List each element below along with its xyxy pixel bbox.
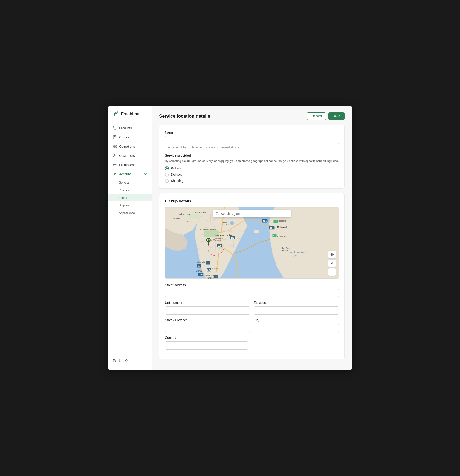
unit-zip-row: Unit number Zip code — [165, 301, 339, 314]
sidebar-item-account-label: Account — [119, 172, 131, 176]
logo-text: Freshline — [121, 111, 139, 116]
svg-text:Area: Area — [187, 220, 191, 223]
street-address-input[interactable] — [165, 289, 339, 297]
main-content: Service location details Discard Save Na… — [152, 106, 352, 370]
svg-text:DISTRICT: DISTRICT — [222, 224, 231, 226]
svg-text:Alcatraz Island: Alcatraz Island — [195, 211, 208, 213]
map-svg: San Francisco Bay Oakland Alameda Bay Fa… — [165, 207, 339, 279]
state-city-row: State / Province City — [165, 318, 339, 332]
svg-text:Piedmont: Piedmont — [277, 220, 286, 222]
svg-text:DISTRICT: DISTRICT — [215, 239, 224, 242]
plus-icon — [330, 270, 334, 274]
sidebar-bottom: Log Out — [108, 353, 152, 370]
svg-text:Alameda: Alameda — [277, 235, 286, 238]
pickup-section-title: Pickup details — [165, 199, 339, 204]
sidebar-item-promotions-label: Promotions — [119, 163, 135, 167]
save-button[interactable]: Save — [329, 112, 345, 120]
svg-text:280: 280 — [218, 245, 221, 247]
sub-nav-general[interactable]: General — [108, 179, 152, 186]
country-input[interactable] — [165, 341, 248, 349]
svg-text:Oakland: Oakland — [277, 226, 287, 229]
zip-code-label: Zip code — [254, 301, 339, 305]
name-input[interactable] — [165, 136, 339, 144]
svg-rect-6 — [115, 147, 116, 148]
svg-text:1: 1 — [198, 265, 200, 267]
radio-pickup[interactable]: Pickup — [165, 167, 339, 170]
location-icon — [330, 261, 334, 265]
logo: Freshline — [108, 110, 152, 123]
svg-text:1: 1 — [207, 262, 209, 264]
sub-nav-payment[interactable]: Payment — [108, 186, 152, 194]
sidebar-item-operations[interactable]: Operations — [108, 142, 152, 151]
svg-point-8 — [114, 174, 115, 175]
svg-text:580: 580 — [263, 220, 267, 222]
service-options: Pickup Delivery Shipping — [165, 167, 339, 183]
zip-code-input[interactable] — [254, 306, 339, 314]
sidebar-item-customers[interactable]: Customers — [108, 151, 152, 160]
svg-text:13: 13 — [275, 221, 277, 223]
svg-text:Island: Island — [282, 250, 288, 252]
svg-text:Muir Beach: Muir Beach — [172, 217, 182, 219]
svg-text:880: 880 — [270, 227, 273, 229]
map-search-input[interactable] — [221, 212, 288, 216]
unit-number-input[interactable] — [165, 306, 250, 314]
sub-nav-zones[interactable]: Zones — [108, 194, 152, 202]
country-row: Country — [165, 336, 339, 349]
map-container: San Francisco Bay Oakland Alameda Bay Fa… — [165, 207, 339, 279]
svg-text:101: 101 — [231, 237, 234, 239]
state-province-input[interactable] — [165, 324, 250, 332]
city-input[interactable] — [254, 324, 339, 332]
svg-text:Colma: Colma — [196, 270, 202, 272]
svg-text:South San: South San — [205, 274, 214, 277]
svg-point-0 — [114, 129, 115, 130]
city-field: City — [254, 318, 339, 332]
sub-nav-shipping[interactable]: Shipping — [108, 202, 152, 209]
svg-point-76 — [216, 212, 218, 214]
sidebar: Freshline Products Orders — [108, 106, 152, 370]
sidebar-item-operations-label: Operations — [119, 144, 135, 148]
svg-text:82: 82 — [215, 276, 217, 278]
svg-text:MISSION: MISSION — [215, 237, 223, 239]
account-sub-nav: General Payment Zones Shipping Appearenc… — [108, 179, 152, 217]
logout-button[interactable]: Log Out — [113, 357, 147, 365]
svg-text:Bay Farm: Bay Farm — [281, 247, 290, 249]
svg-text:1: 1 — [208, 239, 209, 241]
radio-shipping[interactable]: Shipping — [165, 179, 339, 183]
state-province-field: State / Province — [165, 318, 250, 332]
pickup-details-card: Pickup details — [159, 193, 345, 359]
country-label: Country — [165, 336, 248, 340]
sidebar-item-customers-label: Customers — [119, 154, 135, 158]
discard-button[interactable]: Discard — [307, 112, 326, 120]
map-zoom-in-button[interactable] — [328, 268, 336, 276]
service-provided-title: Service provided — [165, 153, 339, 157]
sidebar-item-orders[interactable]: Orders — [108, 133, 152, 142]
sub-nav-appearance[interactable]: Appearence — [108, 209, 152, 217]
service-provided-section: Service provided By selecting pickup, gr… — [165, 153, 339, 183]
name-field: Name This name will be displayed to cust… — [165, 131, 339, 149]
sidebar-item-promotions[interactable]: Promotions — [108, 160, 152, 170]
radio-pickup-circle — [165, 167, 169, 170]
sidebar-item-products[interactable]: Products — [108, 123, 152, 133]
logout-icon — [113, 359, 117, 363]
radio-shipping-label: Shipping — [171, 179, 184, 183]
map-search-bar — [213, 210, 291, 217]
sidebar-item-orders-label: Orders — [119, 136, 129, 139]
freshline-logo-icon — [113, 110, 119, 117]
city-label: City — [254, 318, 339, 322]
svg-text:Daly City: Daly City — [197, 260, 205, 263]
svg-text:🗼: 🗼 — [231, 222, 233, 224]
map-location-button[interactable] — [328, 259, 336, 267]
state-province-label: State / Province — [165, 318, 250, 322]
service-provided-desc: By selecting pickup, ground delivery, or… — [165, 159, 339, 163]
gear-icon — [113, 172, 117, 176]
sidebar-item-products-label: Products — [119, 126, 132, 130]
cart-icon — [113, 126, 117, 130]
radio-delivery[interactable]: Delivery — [165, 173, 339, 177]
map-globe-button[interactable] — [328, 251, 336, 258]
map-controls — [328, 251, 336, 276]
sidebar-item-account[interactable]: Account — [108, 170, 152, 179]
svg-rect-4 — [115, 145, 116, 146]
svg-text:The Palace Of Fine Arts: The Palace Of Fine Arts — [199, 229, 216, 230]
radio-delivery-label: Delivery — [171, 173, 183, 176]
country-field: Country — [165, 336, 248, 349]
